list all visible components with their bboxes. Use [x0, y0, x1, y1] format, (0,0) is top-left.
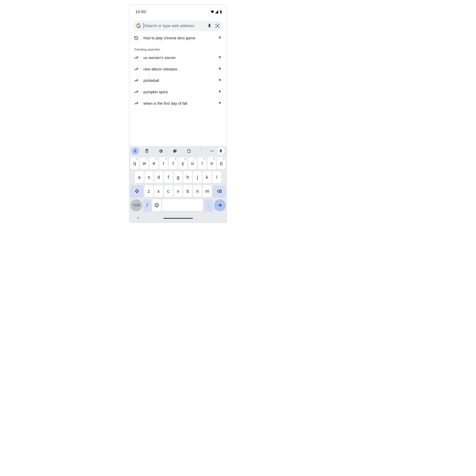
key-x[interactable]: x — [154, 185, 163, 197]
symbols-key[interactable]: ?123 — [130, 199, 142, 211]
status-bar: 10:00 — [130, 5, 227, 17]
svg-rect-0 — [220, 11, 221, 14]
svg-rect-1 — [221, 10, 221, 11]
svg-point-5 — [211, 151, 212, 152]
trending-icon — [133, 78, 139, 83]
status-icons — [210, 10, 223, 14]
key-q[interactable]: q1 — [130, 157, 139, 169]
trending-item[interactable]: when is the first day of fall — [130, 98, 227, 109]
suggestion-text: us women's soccer — [143, 56, 214, 60]
trending-icon — [133, 67, 139, 71]
mic-icon[interactable] — [207, 23, 212, 29]
backspace-key[interactable] — [213, 185, 226, 197]
more-icon[interactable] — [208, 147, 216, 155]
shift-key[interactable] — [130, 185, 143, 197]
trending-icon — [133, 101, 139, 106]
trending-item[interactable]: us women's soccer — [130, 52, 227, 64]
keyboard: q1 w2 e3 r4 t5 y6 u7 i8 o9 p0 a s d f g — [130, 146, 227, 222]
svg-point-8 — [155, 203, 159, 207]
key-m[interactable]: m — [203, 185, 212, 197]
nav-handle[interactable] — [163, 218, 193, 219]
lens-icon[interactable] — [215, 23, 220, 29]
key-f[interactable]: f — [164, 171, 173, 183]
search-bar[interactable] — [133, 20, 223, 31]
keyboard-toolbar — [130, 146, 227, 156]
insert-arrow-icon[interactable] — [218, 36, 223, 40]
period-key[interactable]: . — [204, 199, 213, 211]
key-b[interactable]: b — [183, 185, 192, 197]
phone-frame: 10:00 — [129, 4, 227, 223]
toolbar-separator — [201, 147, 201, 152]
insert-arrow-icon[interactable] — [218, 90, 223, 94]
clock: 10:00 — [136, 10, 146, 14]
signal-icon — [215, 10, 219, 14]
emoji-key[interactable] — [152, 199, 161, 211]
key-n[interactable]: n — [193, 185, 202, 197]
trending-icon — [133, 90, 139, 94]
history-suggestion[interactable]: how to play chrome dino game — [130, 32, 227, 44]
keyboard-rows: q1 w2 e3 r4 t5 y6 u7 i8 o9 p0 a s d f g — [130, 156, 227, 214]
insert-arrow-icon[interactable] — [218, 55, 223, 60]
suggestion-text: how to play chrome dino game — [143, 36, 214, 40]
key-r[interactable]: r4 — [159, 157, 168, 169]
key-o[interactable]: o9 — [207, 157, 216, 169]
trending-item[interactable]: pumpkin spice — [130, 86, 227, 98]
keyboard-row-4: ?123 / . — [130, 199, 226, 211]
sticker-icon[interactable] — [185, 147, 193, 155]
insert-arrow-icon[interactable] — [218, 101, 223, 106]
keyboard-row-3: z x c v b n m — [130, 185, 226, 197]
key-k[interactable]: k — [203, 171, 211, 183]
keyboard-row-2: a s d f g h j k l — [130, 171, 226, 183]
svg-point-9 — [156, 204, 156, 205]
key-j[interactable]: j — [193, 171, 202, 183]
insert-arrow-icon[interactable] — [218, 78, 223, 83]
keyboard-hide-icon[interactable] — [136, 216, 140, 221]
suggestion-text: when is the first day of fall — [143, 101, 214, 106]
trending-icon — [133, 55, 139, 60]
insert-arrow-icon[interactable] — [218, 67, 223, 71]
key-c[interactable]: c — [164, 185, 173, 197]
key-d[interactable]: d — [154, 171, 163, 183]
keyboard-row-1: q1 w2 e3 r4 t5 y6 u7 i8 o9 p0 — [130, 157, 226, 169]
enter-key[interactable] — [214, 199, 226, 211]
key-l[interactable]: l — [212, 171, 221, 183]
key-e[interactable]: e3 — [150, 157, 158, 169]
gear-icon[interactable] — [156, 147, 165, 155]
suggestion-text: pumpkin spice — [143, 90, 214, 94]
key-z[interactable]: z — [144, 185, 153, 197]
svg-point-7 — [213, 151, 214, 152]
key-g[interactable]: g — [174, 171, 182, 183]
key-i[interactable]: i8 — [198, 157, 206, 169]
search-input[interactable] — [143, 23, 204, 29]
key-s[interactable]: s — [145, 171, 153, 183]
key-a[interactable]: a — [135, 171, 144, 183]
keyboard-back-button[interactable] — [132, 147, 139, 155]
nav-bar — [130, 214, 227, 222]
keyboard-mic-button[interactable] — [217, 147, 224, 155]
key-p[interactable]: p0 — [217, 157, 226, 169]
slash-key[interactable]: / — [143, 199, 151, 211]
suggestions-list: how to play chrome dino game Trending se… — [130, 31, 227, 146]
svg-point-2 — [217, 25, 218, 26]
google-logo-icon — [136, 23, 141, 28]
key-y[interactable]: y6 — [179, 157, 187, 169]
history-icon — [133, 36, 139, 40]
svg-point-10 — [157, 204, 158, 205]
svg-point-6 — [212, 151, 213, 152]
key-w[interactable]: w2 — [140, 157, 149, 169]
trending-header: Trending searches — [130, 44, 227, 52]
key-t[interactable]: t5 — [169, 157, 177, 169]
battery-icon — [219, 10, 223, 14]
key-v[interactable]: v — [174, 185, 182, 197]
trending-item[interactable]: pickleball — [130, 75, 227, 86]
suggestion-text: pickleball — [143, 79, 214, 83]
search-row — [130, 17, 227, 31]
key-h[interactable]: h — [183, 171, 192, 183]
svg-rect-4 — [146, 149, 147, 150]
suggestion-text: new album releases — [143, 67, 214, 71]
key-u[interactable]: u7 — [188, 157, 197, 169]
clipboard-icon[interactable] — [143, 147, 151, 155]
trending-item[interactable]: new album releases — [130, 64, 227, 75]
spacebar-key[interactable] — [162, 199, 203, 211]
palette-icon[interactable] — [171, 147, 179, 155]
